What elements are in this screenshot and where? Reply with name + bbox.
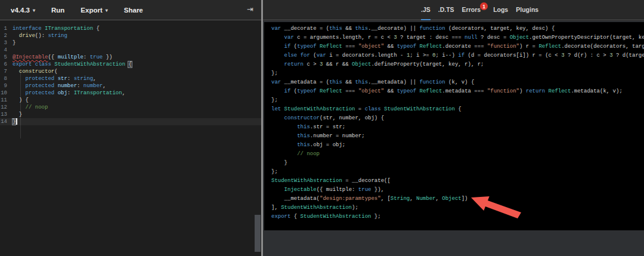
code-line[interactable]: var __metadata = (this && this.__metadat… xyxy=(271,78,644,87)
code-token xyxy=(271,35,284,41)
code-line[interactable]: var c = arguments.length, r = c < 3 ? ta… xyxy=(271,33,644,42)
code-token: typeof xyxy=(297,88,316,94)
typescript-editor-panel[interactable]: 1interface ITransportation {2 drive(): s… xyxy=(0,21,261,256)
code-token: } xyxy=(271,160,287,166)
code-token: string xyxy=(48,33,67,39)
code-token: ]) xyxy=(462,196,468,202)
code-line[interactable]: export { StudentWithAbstraction }; xyxy=(271,212,644,221)
line-content: // noop xyxy=(13,104,48,111)
line-content: this.number = number; xyxy=(271,133,365,139)
code-line[interactable]: StudentWithAbstraction = __decorate([ xyxy=(271,177,644,186)
code-token: Reflect xyxy=(420,44,442,50)
code-token: Object xyxy=(352,61,371,67)
export-dropdown[interactable]: Export ▾ xyxy=(80,7,107,14)
code-line[interactable]: constructor(str, number, obj) { xyxy=(271,114,644,123)
chevron-down-icon: ▾ xyxy=(106,8,108,13)
code-line[interactable]: 5@Injectable({ muiltple: true }) xyxy=(0,54,261,61)
code-line[interactable]: 1interface ITransportation { xyxy=(0,25,261,32)
line-content: return c > 3 && r && Object.defineProper… xyxy=(271,61,484,67)
code-token: String xyxy=(391,196,410,202)
code-line[interactable]: // noop xyxy=(271,150,644,159)
output-code[interactable]: var __decorate = (this && this.__decorat… xyxy=(271,24,644,221)
code-token: c = arguments.length, r = c < xyxy=(294,35,394,41)
code-token: class xyxy=(35,61,51,67)
line-content: let StudentWithAbstraction = class Stude… xyxy=(271,106,462,112)
code-line[interactable]: this.number = number; xyxy=(271,132,644,141)
code-line[interactable]: else for (var i = decorators.length - 1;… xyxy=(271,51,644,60)
line-number: 12 xyxy=(0,104,13,111)
tab-js[interactable]: .JS xyxy=(421,0,431,20)
editor-code[interactable]: 1interface ITransportation {2 drive(): s… xyxy=(0,25,261,125)
code-line[interactable]: }; xyxy=(271,96,644,105)
code-line[interactable]: }; xyxy=(271,69,644,78)
editor-scrollbar-thumb[interactable] xyxy=(255,215,261,252)
code-token: .str = str; xyxy=(310,124,345,130)
code-line[interactable]: 14} xyxy=(0,118,261,125)
code-line[interactable]: return c > 3 && r && Object.defineProper… xyxy=(271,60,644,69)
code-token: } xyxy=(13,40,16,46)
code-token: Object xyxy=(442,196,461,202)
code-token: this xyxy=(297,124,310,130)
code-line[interactable]: if (typeof Reflect === "object" && typeo… xyxy=(271,87,644,96)
collapse-sidebar-icon[interactable]: ⇥ xyxy=(247,5,253,14)
code-token: ], xyxy=(271,205,281,211)
code-line[interactable]: 6export class StudentWithAbstraction { xyxy=(0,61,261,68)
output-box[interactable]: var __decorate = (this && this.__decorat… xyxy=(264,22,644,230)
code-token: var xyxy=(284,35,294,41)
code-line[interactable]: __metadata("design:paramtypes", [String,… xyxy=(271,195,644,203)
code-token: }; xyxy=(271,97,278,103)
code-line[interactable]: 13 } xyxy=(0,111,261,118)
tab-plugins[interactable]: Plugins xyxy=(516,0,538,20)
code-line[interactable]: ], StudentWithAbstraction); xyxy=(271,203,644,212)
code-token: c > xyxy=(304,61,320,67)
code-line[interactable]: 10 protected obj: ITransportation, xyxy=(0,90,261,97)
code-token: ? d(r) : c > xyxy=(565,53,610,58)
code-token: __metadata( xyxy=(271,196,320,202)
tab-errors[interactable]: Errors 1 xyxy=(462,0,481,20)
code-token: StudentWithAbstraction xyxy=(281,205,352,211)
code-token: Object xyxy=(510,35,529,41)
code-token: Reflect xyxy=(320,88,342,94)
code-line[interactable]: 7 constructor( xyxy=(0,68,261,75)
code-token: str xyxy=(58,76,67,82)
code-token: // noop xyxy=(297,151,320,157)
code-token: = __decorate([ xyxy=(342,178,391,184)
code-line[interactable]: 12 // noop xyxy=(0,104,261,111)
code-line[interactable]: }; xyxy=(271,168,644,177)
code-line[interactable]: 11 ) { xyxy=(0,97,261,104)
panel-splitter[interactable] xyxy=(261,0,263,256)
code-line[interactable]: 2 drive(): string xyxy=(0,32,261,39)
line-content: } xyxy=(13,39,16,47)
line-content: else for (var i = decorators.length - 1;… xyxy=(271,53,644,58)
code-token: .defineProperty(target, key, r), r; xyxy=(371,61,484,67)
code-token: : xyxy=(77,83,83,89)
code-line[interactable]: } xyxy=(271,159,644,168)
code-token xyxy=(271,88,284,94)
code-line[interactable]: 9 protected number: number, xyxy=(0,82,261,90)
code-line[interactable]: this.obj = obj; xyxy=(271,141,644,150)
code-line[interactable]: 8 protected str: string, xyxy=(0,75,261,82)
code-line[interactable]: Injectable({ muiltple: true }), xyxy=(271,186,644,195)
code-token: ? d(target, key, r) : d(target, key)) ||… xyxy=(613,53,644,58)
indent-guide xyxy=(20,70,21,138)
line-content: // noop xyxy=(271,151,320,157)
share-button[interactable]: Share xyxy=(124,7,143,14)
line-number: 3 xyxy=(0,39,13,47)
code-line[interactable]: this.str = str; xyxy=(271,123,644,132)
output-tabs: .JS .D.TS Errors 1 Logs Plugins xyxy=(421,0,538,20)
code-token: .__decorate) || xyxy=(368,26,419,32)
line-content: drive(): string xyxy=(13,32,67,39)
code-token: , xyxy=(103,83,106,89)
code-line[interactable]: 4 xyxy=(0,47,261,54)
code-token: typeof xyxy=(397,44,416,50)
version-dropdown[interactable]: v4.4.3 ▾ xyxy=(11,7,35,14)
code-token: // noop xyxy=(26,104,48,110)
code-line[interactable]: var __decorate = (this && this.__decorat… xyxy=(271,24,644,33)
code-line[interactable]: 3} xyxy=(0,39,261,47)
tab-logs[interactable]: Logs xyxy=(493,0,508,20)
code-line[interactable]: if (typeof Reflect === "object" && typeo… xyxy=(271,42,644,51)
line-content: protected str: string, xyxy=(13,75,96,82)
run-button[interactable]: Run xyxy=(51,7,64,14)
tab-dts[interactable]: .D.TS xyxy=(438,0,454,20)
code-line[interactable]: let StudentWithAbstraction = class Stude… xyxy=(271,105,644,114)
